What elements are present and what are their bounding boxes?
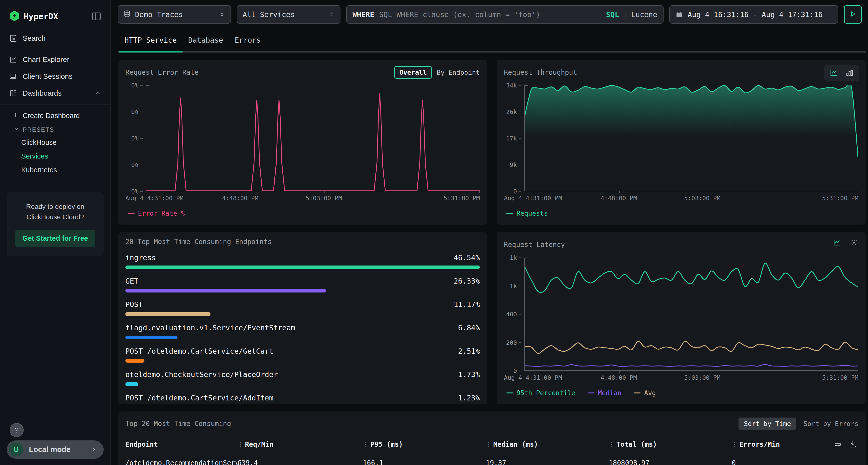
legend-item[interactable]: 95th Percentile: [506, 389, 575, 397]
clickhouse-cloud-promo: Ready to deploy on ClickHouse Cloud? Get…: [7, 192, 104, 256]
user-menu[interactable]: U Local mode: [7, 440, 104, 459]
endpoint-row[interactable]: flagd.evaluation.v1.Service/EventStream …: [125, 324, 480, 339]
latency-plot[interactable]: [524, 258, 858, 371]
endpoint-bar: [125, 336, 178, 339]
column-header-median[interactable]: ⋮Median (ms): [486, 440, 609, 449]
by-endpoint-toggle[interactable]: By Endpoint: [437, 69, 480, 76]
service-select[interactable]: All Services: [237, 5, 340, 24]
select-chevrons-icon: [219, 11, 225, 18]
legend-item[interactable]: Avg: [634, 389, 656, 397]
legend-label: 95th Percentile: [517, 389, 575, 397]
create-dashboard-button[interactable]: Create Dashboard: [0, 109, 111, 123]
bar-chart-icon[interactable]: [845, 68, 854, 77]
chart-explorer-icon: [9, 56, 18, 64]
brand-logo[interactable]: HyperDX: [9, 10, 58, 23]
play-icon: [849, 10, 857, 19]
promo-text-line2: ClickHouse Cloud?: [14, 212, 96, 222]
cell-median: 19.37: [486, 459, 609, 465]
panel-title: Request Throughput: [504, 68, 577, 76]
endpoint-bar: [125, 312, 211, 316]
lucene-toggle[interactable]: Lucene: [631, 10, 657, 19]
download-icon[interactable]: [849, 440, 857, 448]
tab-errors[interactable]: Errors: [229, 29, 267, 53]
endpoint-percent: 6.84%: [458, 324, 480, 332]
sidebar-item-label: Client Sessions: [23, 72, 72, 80]
presets-toggle[interactable]: PRESETS: [0, 123, 111, 136]
legend-dash: [506, 393, 513, 393]
sidebar: HyperDX Search Chart Explorer Client Ses…: [0, 0, 111, 465]
endpoint-label: POST: [125, 300, 143, 309]
endpoint-percent: 1.73%: [458, 371, 480, 379]
error-rate-legend: Error Rate %: [128, 210, 480, 217]
grip-icon: ⋮: [238, 441, 243, 448]
calendar-icon: [676, 11, 683, 18]
sidebar-item-label: Chart Explorer: [23, 56, 69, 64]
endpoint-row[interactable]: oteldemo.CheckoutService/PlaceOrder 1.73…: [125, 371, 480, 386]
line-chart-icon[interactable]: [833, 238, 841, 246]
tab-http-service[interactable]: HTTP Service: [119, 29, 183, 53]
wrap-lines-icon[interactable]: [834, 440, 842, 448]
latency-y-axis: 1k1k4002000: [504, 258, 524, 371]
panel-title: Top 20 Most Time Consuming: [125, 420, 231, 428]
get-started-button[interactable]: Get Started for Free: [15, 230, 95, 247]
column-header-endpoint[interactable]: Endpoint: [125, 440, 238, 449]
column-header-req-min[interactable]: ⋮Req/Min: [238, 440, 363, 449]
table-row[interactable]: /oteldemo.RecommendationServ 639.4 166.1…: [125, 459, 858, 465]
time-range-picker[interactable]: Aug 4 16:31:16 - Aug 4 17:31:16: [669, 5, 838, 24]
throughput-x-axis: Aug 4 4:31:00 PM 4:48:00 PM 5:03:00 PM 5…: [524, 195, 858, 203]
tab-database[interactable]: Database: [183, 29, 229, 53]
sidebar-item-search[interactable]: Search: [0, 30, 111, 47]
search-input[interactable]: [379, 10, 601, 19]
help-button[interactable]: ?: [10, 423, 24, 437]
plus-icon: [12, 112, 19, 120]
source-select[interactable]: Demo Traces: [118, 5, 231, 24]
sidebar-item-label: Search: [23, 34, 45, 42]
sidebar-item-label: Dashboards: [23, 89, 62, 97]
legend-item[interactable]: Error Rate %: [128, 210, 185, 217]
column-header-p95[interactable]: ⋮P95 (ms): [363, 440, 486, 449]
legend-item[interactable]: Median: [588, 389, 622, 397]
throughput-legend: Requests: [506, 210, 858, 217]
local-mode-label: Local mode: [29, 445, 84, 454]
endpoint-row[interactable]: ingress 46.54%: [125, 254, 480, 269]
throughput-plot[interactable]: [524, 85, 858, 191]
endpoint-row[interactable]: GET 26.33%: [125, 277, 480, 293]
time-range-value: Aug 4 16:31:16 - Aug 4 17:31:16: [688, 10, 823, 19]
endpoint-row[interactable]: POST /oteldemo.CartService/AddItem 1.23%: [125, 394, 480, 404]
sidebar-preset-clickhouse[interactable]: ClickHouse: [0, 136, 111, 150]
histogram-icon[interactable]: [850, 238, 858, 246]
where-clause-box: WHERE SQL | Lucene: [346, 5, 663, 24]
sidebar-preset-services[interactable]: Services: [0, 150, 111, 163]
panel-request-error-rate: Request Error Rate Overall By Endpoint 0…: [118, 60, 487, 225]
dashboard-tabs: HTTP Service Database Errors: [118, 29, 866, 53]
column-header-total[interactable]: ⋮Total (ms): [609, 440, 732, 449]
sidebar-item-chart-explorer[interactable]: Chart Explorer: [0, 51, 111, 68]
sort-by-time-button[interactable]: Sort by Time: [739, 418, 796, 430]
endpoint-row[interactable]: POST 11.17%: [125, 300, 480, 316]
language-toggle: SQL | Lucene: [606, 10, 657, 19]
overall-toggle-button[interactable]: Overall: [394, 66, 432, 79]
endpoint-bar: [125, 383, 138, 386]
sidebar-item-client-sessions[interactable]: Client Sessions: [0, 68, 111, 85]
main-area: Demo Traces All Services WHERE SQL | Luc…: [112, 0, 868, 465]
sidebar-collapse-icon[interactable]: [92, 12, 101, 21]
endpoint-label: flagd.evaluation.v1.Service/EventStream: [125, 324, 295, 332]
legend-label: Error Rate %: [138, 210, 185, 217]
endpoint-percent: 26.33%: [454, 277, 480, 285]
panel-top-endpoints: 20 Top Most Time Consuming Endpoints ing…: [118, 232, 487, 404]
error-rate-plot[interactable]: [146, 85, 480, 191]
latency-legend: 95th Percentile Median Avg: [506, 389, 858, 397]
legend-label: Requests: [517, 210, 548, 217]
sidebar-item-dashboards[interactable]: Dashboards: [0, 85, 111, 102]
sql-toggle[interactable]: SQL: [606, 10, 619, 19]
sort-by-errors-button[interactable]: Sort by Errors: [803, 420, 858, 427]
grip-icon: ⋮: [732, 441, 737, 448]
legend-label: Avg: [644, 389, 656, 397]
sidebar-preset-kubernetes[interactable]: Kubernetes: [0, 163, 111, 177]
run-query-button[interactable]: [844, 5, 862, 24]
legend-item[interactable]: Requests: [506, 210, 548, 217]
cell-req-min: 639.4: [238, 459, 363, 465]
line-chart-icon[interactable]: [830, 68, 838, 77]
endpoint-row[interactable]: POST /oteldemo.CartService/GetCart 2.51%: [125, 347, 480, 363]
grip-icon: ⋮: [363, 441, 368, 448]
